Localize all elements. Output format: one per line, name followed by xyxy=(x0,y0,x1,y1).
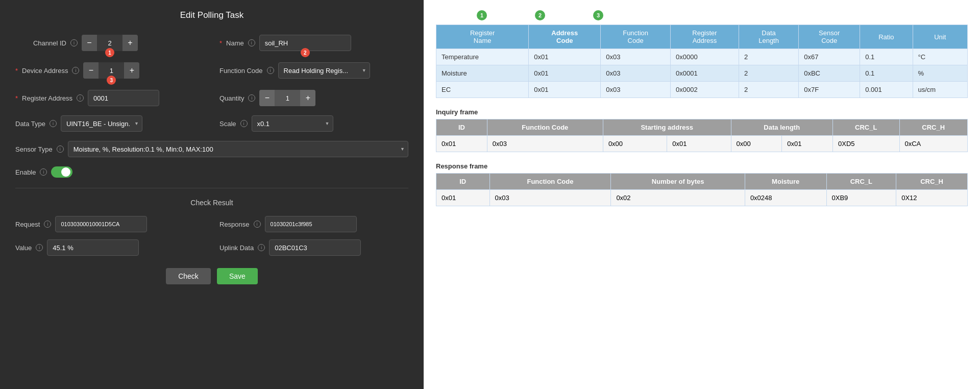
badge-1: 1 xyxy=(105,48,114,57)
enable-toggle[interactable] xyxy=(51,166,72,178)
channel-id-decrement[interactable]: − xyxy=(82,35,97,51)
name-info-icon[interactable]: i xyxy=(248,39,255,46)
inquiry-frame-label: Inquiry frame xyxy=(436,108,968,116)
inq-id: 0x01 xyxy=(436,136,487,152)
quantity-input[interactable]: 1 xyxy=(275,90,300,106)
response-frame-label: Response frame xyxy=(436,162,968,170)
request-input[interactable]: 01030300010001D5CA xyxy=(55,216,147,232)
col-unit: Unit xyxy=(913,25,967,49)
value-info-icon[interactable]: i xyxy=(36,244,43,251)
scale-select[interactable]: x0.1 xyxy=(252,115,333,132)
reference-table-row: Temperature0x010x030x000020x670.1°C xyxy=(436,49,968,65)
data-type-label: Data Type xyxy=(15,120,45,128)
reference-table-cell: 0.1 xyxy=(860,65,913,82)
buttons-row: Check Save xyxy=(15,268,408,284)
data-type-select[interactable]: UINT16_BE - Unsign... xyxy=(61,115,142,132)
col-function-code: FunctionCode xyxy=(601,25,671,49)
resp-crc-l: 0XB9 xyxy=(826,190,896,206)
response-table-header: ID Function Code Number of bytes Moistur… xyxy=(436,174,968,190)
channel-id-increment[interactable]: + xyxy=(122,35,138,51)
reference-table-cell: 0x0001 xyxy=(671,65,739,82)
response-table-row: 0x01 0x03 0x02 0x0248 0XB9 0X12 xyxy=(436,190,968,206)
response-table: ID Function Code Number of bytes Moistur… xyxy=(436,173,968,206)
register-address-label: Register Address xyxy=(22,94,72,102)
reference-table-cell: Moisture xyxy=(436,65,529,82)
panel-title: Edit Polling Task xyxy=(15,10,408,20)
reference-table-cell: 2 xyxy=(739,82,798,98)
sensor-type-select-wrapper: Moisture, %, Resolution:0.1 %, Min:0, MA… xyxy=(68,141,408,157)
device-address-info-icon[interactable]: i xyxy=(72,67,79,74)
sensor-type-select[interactable]: Moisture, %, Resolution:0.1 %, Min:0, MA… xyxy=(68,141,408,157)
reference-table-cell: EC xyxy=(436,82,529,98)
reference-table-cell: 0x01 xyxy=(529,49,601,65)
reference-table-cell: 2 xyxy=(739,49,798,65)
inq-start-1: 0x00 xyxy=(603,136,667,152)
sensor-type-info-icon[interactable]: i xyxy=(57,145,64,153)
col-register-name: RegisterName xyxy=(436,25,529,49)
resp-col-moisture: Moisture xyxy=(745,174,826,190)
inq-col-crc-h: CRC_H xyxy=(899,119,968,136)
inq-function-code: 0x03 xyxy=(487,136,603,152)
request-info-icon[interactable]: i xyxy=(44,221,51,228)
resp-moisture: 0x0248 xyxy=(745,190,826,206)
resp-col-id: ID xyxy=(436,174,490,190)
resp-function-code: 0x03 xyxy=(489,190,611,206)
quantity-increment[interactable]: + xyxy=(300,90,315,106)
enable-info-icon[interactable]: i xyxy=(40,168,47,176)
quantity-stepper: − 1 + xyxy=(259,90,315,106)
reference-table: RegisterName AddressCode FunctionCode Re… xyxy=(436,25,968,98)
quantity-info-icon[interactable]: i xyxy=(248,94,255,102)
reference-table-header: RegisterName AddressCode FunctionCode Re… xyxy=(436,25,968,49)
inq-crc-h: 0xCA xyxy=(899,136,968,152)
function-code-label: Function Code xyxy=(219,67,263,75)
name-input-container: soil_RH 2 xyxy=(259,35,351,51)
reference-table-cell: 0x67 xyxy=(799,49,860,65)
reference-table-cell: 0x0002 xyxy=(671,82,739,98)
reference-table-cell: 0x0000 xyxy=(671,49,739,65)
data-type-info-icon[interactable]: i xyxy=(50,120,57,127)
col-address-code: AddressCode xyxy=(529,25,601,49)
inq-col-id: ID xyxy=(436,119,487,136)
toggle-slider xyxy=(51,166,72,178)
channel-id-info-icon[interactable]: i xyxy=(70,39,78,46)
device-address-decrement[interactable]: − xyxy=(83,62,99,79)
save-button[interactable]: Save xyxy=(217,268,258,284)
reference-table-cell: 0.1 xyxy=(860,49,913,65)
left-panel: Edit Polling Task Channel ID i − 2 + 1 *… xyxy=(0,0,424,389)
reference-table-cell: Temperature xyxy=(436,49,529,65)
scale-info-icon[interactable]: i xyxy=(240,120,248,127)
quantity-decrement[interactable]: − xyxy=(259,90,275,106)
data-type-select-wrapper: UINT16_BE - Unsign... xyxy=(61,115,142,132)
value-input[interactable]: 45.1 % xyxy=(47,239,139,256)
uplink-info-icon[interactable]: i xyxy=(258,244,265,251)
divider xyxy=(15,188,408,188)
inq-crc-l: 0XD5 xyxy=(833,136,899,152)
function-code-select[interactable]: Read Holding Regis... xyxy=(278,62,370,79)
right-badge-2: 2 xyxy=(535,10,545,20)
col-sensor-code: SensorCode xyxy=(799,25,860,49)
badge-row: 1 2 3 xyxy=(436,10,968,22)
uplink-input[interactable]: 02BC01C3 xyxy=(269,239,361,256)
register-address-input[interactable]: 0001 xyxy=(88,90,159,106)
function-code-info-icon[interactable]: i xyxy=(267,67,274,74)
resp-col-crc-l: CRC_L xyxy=(826,174,896,190)
inq-col-starting-address: Starting address xyxy=(603,119,731,136)
badge-3: 3 xyxy=(107,76,116,85)
device-address-increment[interactable]: + xyxy=(124,62,139,79)
check-button[interactable]: Check xyxy=(166,268,211,284)
resp-num-bytes: 0x02 xyxy=(611,190,745,206)
right-badge-3: 3 xyxy=(593,10,603,20)
device-address-stepper-container: − 1 + 3 xyxy=(83,62,139,79)
resp-crc-h: 0X12 xyxy=(896,190,968,206)
register-address-info-icon[interactable]: i xyxy=(77,94,84,102)
quantity-label: Quantity xyxy=(219,94,244,102)
reference-table-cell: 0x01 xyxy=(529,82,601,98)
scale-label: Scale xyxy=(219,120,236,128)
response-info-icon[interactable]: i xyxy=(254,221,261,228)
col-register-address: RegisterAddress xyxy=(671,25,739,49)
inq-col-function-code: Function Code xyxy=(487,119,603,136)
response-label: Response xyxy=(219,221,250,228)
resp-col-crc-h: CRC_H xyxy=(896,174,968,190)
response-input[interactable]: 01030201c3f985 xyxy=(265,216,357,232)
reference-table-row: EC0x010x030x000220x7F0.001us/cm xyxy=(436,82,968,98)
